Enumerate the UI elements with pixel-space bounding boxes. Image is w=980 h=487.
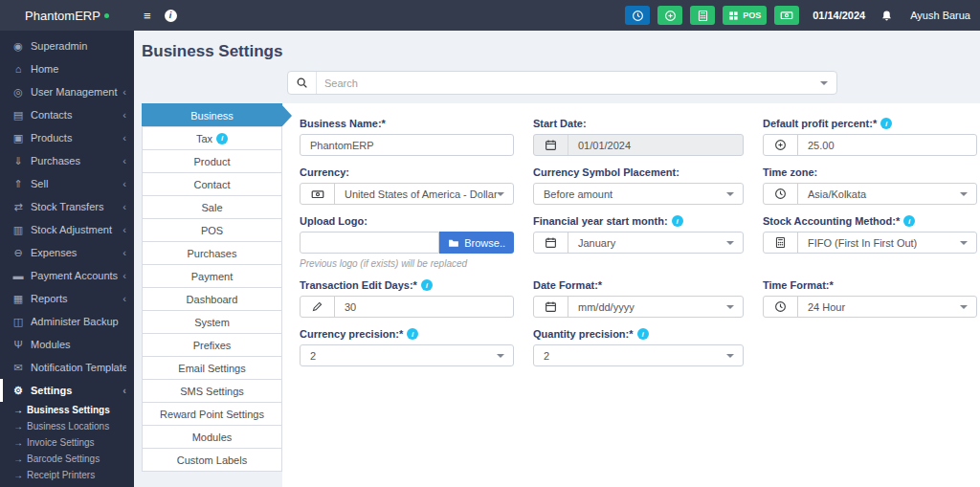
upload-logo-file-input[interactable]: [300, 232, 439, 254]
tab-custom-labels[interactable]: Custom Labels: [142, 448, 282, 472]
sidebar-item-stock-adjustment[interactable]: ▥ Stock Adjustment ‹: [0, 218, 134, 241]
sidebar-subitem-invoice-settings[interactable]: → Invoice Settings: [0, 434, 134, 451]
pos-button[interactable]: POS: [723, 6, 767, 25]
address-book-icon: ▤: [10, 109, 27, 122]
sidebar-item-label: Contacts: [31, 109, 122, 121]
sidebar-subitem-receipt-printers[interactable]: → Receipt Printers: [0, 467, 134, 483]
sidebar-subitem-barcode-settings[interactable]: → Barcode Settings: [0, 451, 134, 467]
arrow-right-icon: →: [13, 405, 23, 415]
sidebar-item-superadmin[interactable]: ◉ Superadmin: [0, 34, 134, 57]
sidebar-item-purchases[interactable]: ⇓ Purchases ‹: [0, 149, 134, 172]
field-financial-year-start-month: Financial year start month: January: [533, 213, 744, 269]
quantity-precision-select[interactable]: 2: [533, 344, 744, 366]
sidebar-subitem-business-settings[interactable]: → Business Settings: [0, 402, 134, 418]
settings-search: [287, 71, 837, 95]
chevron-left-icon: ‹: [122, 385, 126, 396]
tab-tax[interactable]: Tax: [142, 126, 282, 150]
add-new-button[interactable]: [657, 6, 682, 25]
business-name-input[interactable]: PhantomERP: [300, 134, 514, 156]
tab-contact[interactable]: Contact: [142, 172, 282, 196]
app-logo[interactable]: PhantomERP: [0, 0, 134, 31]
pencil-icon: [301, 297, 335, 317]
date-format-select[interactable]: mm/dd/yyyy: [533, 296, 744, 318]
time-zone-select[interactable]: Asia/Kolkata: [763, 183, 977, 205]
sidebar-subitem-label: Receipt Printers: [27, 470, 95, 480]
sidebar-item-products[interactable]: ▣ Products ‹: [0, 126, 134, 149]
hamburger-menu-icon[interactable]: ≡: [144, 9, 151, 23]
tab-modules[interactable]: Modules: [142, 425, 282, 449]
cash-register-button[interactable]: [774, 6, 799, 25]
sidebar-item-sell[interactable]: ⇑ Sell ‹: [0, 172, 134, 195]
tab-sms-settings[interactable]: SMS Settings: [142, 379, 282, 403]
sidebar-item-home[interactable]: ⌂ Home: [0, 57, 134, 80]
sidebar-subitem-label: Barcode Settings: [27, 454, 100, 464]
sidebar-subitem-label: Business Settings: [27, 405, 110, 415]
sidebar-subitem-business-locations[interactable]: → Business Locations: [0, 418, 134, 434]
sidebar-item-modules[interactable]: Ψ Modules: [0, 333, 134, 356]
settings-tabs: Business Tax Product Contact Sale POS Pu…: [142, 103, 282, 472]
tab-purchases[interactable]: Purchases: [142, 241, 282, 265]
money-icon: [301, 184, 335, 204]
tab-payment[interactable]: Payment: [142, 264, 282, 288]
field-currency-precision: Currency precision:* 2: [300, 326, 514, 366]
envelope-icon: ✉: [10, 362, 27, 374]
user-management-icon: ◎: [10, 86, 27, 99]
database-icon: ▥: [10, 224, 27, 236]
sidebar-item-payment-accounts[interactable]: ▬ Payment Accounts ‹: [0, 264, 134, 287]
stock-accounting-method-select[interactable]: FIFO (First In First Out): [763, 232, 977, 254]
field-business-name: Business Name:* PhantomERP: [300, 116, 514, 156]
tab-prefixes[interactable]: Prefixes: [142, 333, 282, 357]
sidebar-item-label: Expenses: [31, 247, 122, 258]
empty-cell: [763, 326, 977, 366]
tab-reward-point-settings[interactable]: Reward Point Settings: [142, 402, 282, 426]
upload-logo-hint: Previous logo (if exists) will be replac…: [300, 258, 514, 269]
plus-circle-icon: [664, 10, 677, 22]
sidebar-item-label: Sell: [31, 178, 122, 189]
field-time-format: Time Format:* 24 Hour: [763, 277, 977, 318]
sidebar-item-administer-backup[interactable]: ◫ Administer Backup: [0, 310, 134, 333]
tab-pos[interactable]: POS: [142, 218, 282, 242]
sidebar-item-stock-transfers[interactable]: ⇄ Stock Transfers ‹: [0, 195, 134, 218]
caret-down-icon: [820, 81, 828, 85]
tab-business[interactable]: Business: [142, 103, 282, 127]
field-upload-logo: Upload Logo: Browse.. Previous logo (if …: [300, 213, 514, 269]
tab-sale[interactable]: Sale: [142, 195, 282, 219]
financial-year-start-month-select[interactable]: January: [533, 232, 744, 254]
calculator-button[interactable]: [690, 6, 715, 25]
field-time-zone: Time zone: Asia/Kolkata: [763, 165, 977, 205]
time-format-select[interactable]: 24 Hour: [763, 296, 977, 318]
tab-product[interactable]: Product: [142, 149, 282, 173]
info-icon: [672, 215, 683, 227]
clock-in-button[interactable]: [625, 6, 650, 25]
tab-system[interactable]: System: [142, 310, 282, 334]
sidebar-item-expenses[interactable]: ⊖ Expenses ‹: [0, 241, 134, 264]
dashboard-icon: ⌂: [10, 63, 27, 75]
transaction-edit-days-input[interactable]: 30: [300, 296, 514, 318]
sidebar-item-reports[interactable]: ▦ Reports ‹: [0, 287, 134, 310]
browse-button[interactable]: Browse..: [439, 232, 514, 254]
currency-select[interactable]: United States of America - Dollars(USD): [300, 183, 514, 205]
default-profit-percent-input[interactable]: 25.00: [763, 134, 977, 156]
sidebar-item-user-management[interactable]: ◎ User Management ‹: [0, 80, 134, 103]
cubes-icon: ▣: [10, 132, 27, 144]
currency-symbol-placement-select[interactable]: Before amount: [533, 183, 744, 205]
cash-icon: [780, 9, 793, 22]
notifications-bell-icon[interactable]: [880, 10, 893, 22]
sidebar-item-notification-templates[interactable]: ✉ Notification Templates: [0, 356, 134, 379]
start-date-input: 01/01/2024: [533, 134, 744, 156]
info-icon[interactable]: i: [165, 10, 177, 22]
date-format-label: Date Format:*: [533, 277, 744, 293]
business-settings-form: Business Name:* PhantomERP Start Date: 0…: [282, 103, 980, 487]
currency-precision-select[interactable]: 2: [300, 344, 514, 366]
search-icon: [288, 72, 317, 94]
user-menu[interactable]: Ayush Barua: [910, 10, 970, 21]
plus-circle-icon: [764, 135, 798, 155]
sidebar-item-contacts[interactable]: ▤ Contacts ‹: [0, 103, 134, 126]
sidebar-item-settings[interactable]: ⚙ Settings ‹: [0, 379, 134, 402]
users-icon: ◉: [10, 40, 27, 53]
tab-email-settings[interactable]: Email Settings: [142, 356, 282, 380]
search-input[interactable]: [317, 77, 820, 89]
tab-dashboard[interactable]: Dashboard: [142, 287, 282, 311]
sidebar-item-label: Stock Transfers: [31, 201, 122, 212]
info-icon: [407, 328, 418, 340]
